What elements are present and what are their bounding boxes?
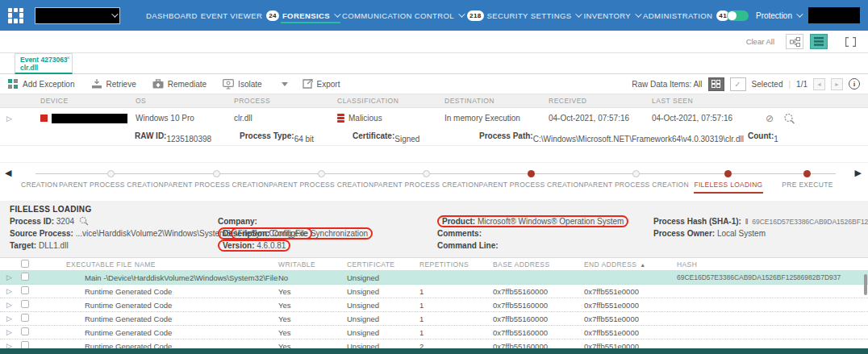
- col-classification[interactable]: CLASSIFICATION: [329, 97, 436, 105]
- module-certificate: Unsigned: [347, 314, 419, 323]
- nav-item-dashboard[interactable]: DASHBOARD: [144, 8, 199, 23]
- prev-page-button[interactable]: ◄: [813, 78, 825, 90]
- process-hash-label: Process Hash (SHA-1):: [653, 217, 741, 226]
- col-certificate[interactable]: CERTIFICATE: [347, 260, 419, 269]
- nav-item-forensics[interactable]: FORENSICS: [281, 8, 340, 23]
- event-process[interactable]: clr.dll: [226, 114, 329, 123]
- nav-item-inventory[interactable]: INVENTORY: [582, 8, 641, 23]
- raw-data-check-button[interactable]: ✓: [730, 77, 746, 91]
- module-row[interactable]: ▷ Runtime Generated Code Yes Unsigned 1 …: [0, 298, 868, 312]
- sort-ascending-icon: ▲: [640, 262, 645, 268]
- vertical-scrollbar[interactable]: [864, 274, 867, 295]
- communication-control-badge: 218: [467, 10, 484, 21]
- expand-caret-icon[interactable]: ▷: [0, 115, 32, 123]
- row-checkbox[interactable]: [21, 273, 29, 281]
- isolate-dropdown-caret-icon[interactable]: [282, 82, 288, 86]
- clear-all-button[interactable]: Clear All: [746, 37, 774, 46]
- col-end-address[interactable]: END ADDRESS▲: [584, 260, 677, 269]
- tree-view-button[interactable]: [786, 34, 803, 49]
- module-certificate: Unsigned: [347, 287, 419, 296]
- nav-item-event-viewer[interactable]: EVENT VIEWER 24: [199, 7, 281, 24]
- module-name: Runtime Generated Code: [48, 301, 278, 310]
- col-os[interactable]: OS: [127, 97, 226, 105]
- investigate-magnifier-icon[interactable]: [783, 113, 795, 124]
- module-base-address: 0x7ffb55160000: [493, 328, 584, 337]
- timeline-stage-pre-execute[interactable]: PRE EXECUTE: [768, 163, 847, 201]
- timeline-stage-fileless-loading[interactable]: FILELESS LOADING: [689, 163, 768, 201]
- page-indicator: 1/1: [796, 80, 807, 89]
- col-device[interactable]: DEVICE: [32, 97, 127, 105]
- event-row[interactable]: ▷ Windows 10 Pro clr.dll Malicious In me…: [0, 108, 868, 128]
- module-certificate: Unsigned: [347, 273, 419, 282]
- row-checkbox[interactable]: [21, 300, 29, 308]
- timeline-stage-parent-process-creation[interactable]: PARENT PROCESS CREATION: [373, 163, 478, 201]
- fullscreen-button[interactable]: [842, 34, 858, 49]
- tab-event[interactable]: Event 4273063 clr.dll ×: [15, 53, 73, 74]
- list-view-button[interactable]: [810, 34, 828, 49]
- timeline-stage-parent-process-creation[interactable]: PARENT PROCESS CREATION: [164, 163, 269, 201]
- col-last-seen[interactable]: LAST SEEN: [644, 97, 746, 105]
- raw-data-grid-button[interactable]: [708, 77, 724, 91]
- expand-caret-icon[interactable]: ▷: [0, 301, 21, 309]
- annotation-box-version: Version: 4.6.0.81: [218, 239, 290, 252]
- nav-item-administration[interactable]: ADMINISTRATION 41: [641, 7, 731, 24]
- info-icon[interactable]: i: [849, 78, 860, 90]
- timeline-stage-parent-process-creation[interactable]: PARENT PROCESS CREATION: [59, 163, 164, 201]
- remediate-button[interactable]: Remediate: [152, 79, 207, 89]
- timeline-next-arrow-icon[interactable]: ▶: [855, 168, 862, 178]
- severity-square-icon: [40, 115, 48, 122]
- event-timeline: ◀ ▶ CREATION PARENT PROCESS CREATION PAR…: [0, 162, 868, 201]
- timeline-prev-arrow-icon[interactable]: ◀: [5, 168, 11, 178]
- timeline-stage-parent-process-creation[interactable]: PARENT PROCESS CREATION: [584, 163, 689, 201]
- select-all-checkbox[interactable]: [21, 260, 29, 268]
- col-hash[interactable]: HASH: [677, 260, 868, 269]
- col-base-address[interactable]: BASE ADDRESS: [493, 260, 584, 269]
- tab-event-process: clr.dll: [20, 64, 69, 72]
- retrieve-button[interactable]: Retrieve: [91, 79, 136, 89]
- module-writable: Yes: [278, 301, 347, 310]
- module-row-main[interactable]: ▷ Main -\Device\HarddiskVolume2\Windows\…: [0, 271, 868, 285]
- stage-dot: [318, 170, 325, 177]
- count-value: 1: [774, 135, 778, 144]
- action-toolbar: Add Exception Retrieve Remediate Isola: [0, 74, 868, 94]
- timeline-stage-parent-process-creation[interactable]: PARENT PROCESS CREATION: [269, 163, 373, 201]
- col-received[interactable]: RECEIVED: [540, 97, 644, 105]
- protection-menu[interactable]: Protection: [756, 11, 801, 20]
- selected-label: Selected: [752, 80, 783, 89]
- nav-item-communication-control[interactable]: COMMUNICATION CONTROL 218: [340, 7, 486, 24]
- isolate-button[interactable]: Isolate: [223, 79, 261, 90]
- remediate-icon: [152, 79, 164, 89]
- next-page-button[interactable]: ►: [831, 78, 843, 90]
- row-checkbox[interactable]: [21, 314, 29, 322]
- export-icon: [303, 79, 313, 89]
- expand-caret-icon[interactable]: ▷: [0, 328, 21, 336]
- module-row[interactable]: ▷ Runtime Generated Code Yes Unsigned 1 …: [0, 285, 868, 298]
- col-destination[interactable]: DESTINATION: [436, 97, 540, 105]
- add-exception-button[interactable]: Add Exception: [8, 79, 75, 89]
- expand-caret-icon[interactable]: ▷: [0, 273, 21, 281]
- block-icon[interactable]: ⊘: [766, 113, 774, 124]
- row-checkbox[interactable]: [21, 286, 29, 294]
- organization-select[interactable]: [35, 7, 120, 24]
- expand-caret-icon[interactable]: ▷: [0, 314, 21, 323]
- col-process[interactable]: PROCESS: [226, 97, 329, 105]
- magnifier-icon[interactable]: [79, 216, 89, 227]
- copy-icon[interactable]: ‖: [745, 218, 749, 226]
- timeline-stage-parent-process-creation[interactable]: PARENT PROCESS CREATION: [479, 163, 584, 201]
- raw-data-label: Raw Data Items: All: [632, 80, 702, 89]
- col-executable-file-name[interactable]: EXECUTABLE FILE NAME: [48, 260, 278, 269]
- expand-caret-icon[interactable]: ▷: [0, 287, 21, 295]
- col-repetitions[interactable]: REPETITIONS: [419, 260, 493, 269]
- module-row[interactable]: ▷ Runtime Generated Code Yes Unsigned 1 …: [0, 326, 868, 339]
- export-button[interactable]: Export: [303, 79, 340, 89]
- tab-close-icon[interactable]: ×: [66, 54, 70, 61]
- protection-toggle[interactable]: [727, 10, 749, 21]
- col-writable[interactable]: WRITABLE: [278, 260, 347, 269]
- nav-item-security-settings[interactable]: SECURITY SETTINGS: [486, 8, 582, 23]
- timeline-stage-creation[interactable]: CREATION: [21, 163, 59, 201]
- module-row[interactable]: ▷ Runtime Generated Code Yes Unsigned 1 …: [0, 312, 868, 326]
- malicious-icon: [337, 114, 344, 123]
- chevron-down-icon: [796, 10, 803, 17]
- row-checkbox[interactable]: [21, 327, 29, 335]
- product-value: Microsoft® Windows® Operation System: [478, 217, 624, 226]
